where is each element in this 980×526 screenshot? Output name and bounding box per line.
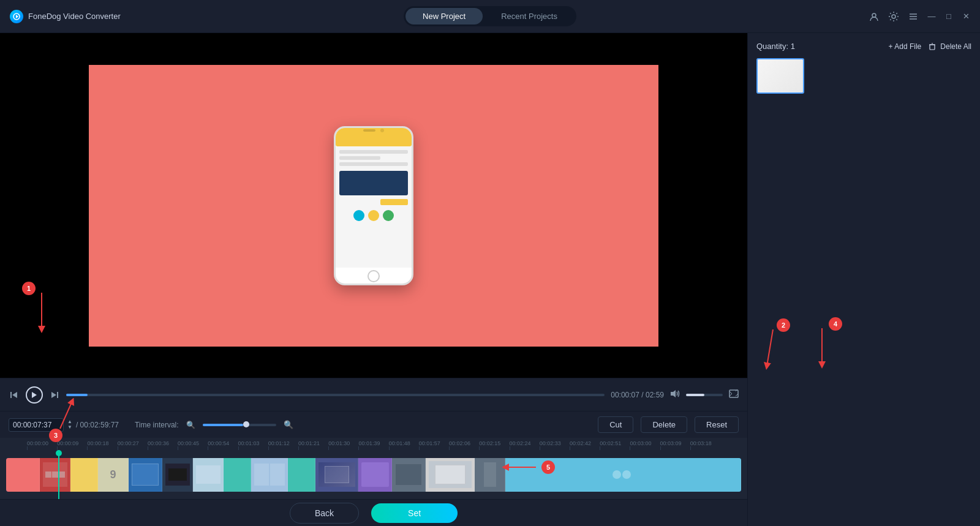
user-icon[interactable]	[869, 11, 880, 22]
phone-home-btn	[368, 270, 380, 282]
tick-16: 00:02:24	[510, 440, 540, 450]
track-segment-3: 9	[98, 458, 129, 492]
timeline-track-area[interactable]: 9	[0, 450, 747, 499]
content-row: 00:00:07 / 02:59	[0, 33, 980, 526]
phone-line-2	[339, 156, 380, 160]
volume-slider[interactable]	[686, 394, 723, 396]
tick-17: 00:02:33	[540, 440, 570, 450]
app-logo: FoneDog Video Converter	[10, 10, 121, 23]
tick-12: 00:01:48	[389, 440, 419, 450]
back-button[interactable]: Back	[290, 503, 359, 524]
timeline-track[interactable]: 9	[6, 458, 741, 492]
svg-rect-7	[10, 392, 12, 398]
phone-icon-wifi	[353, 210, 364, 221]
interval-thumb	[243, 421, 249, 427]
play-button[interactable]	[26, 386, 43, 404]
delete-button[interactable]: Delete	[641, 416, 687, 433]
track-segment-14	[475, 458, 505, 492]
svg-marker-9	[32, 392, 37, 398]
tick-4: 00:00:36	[148, 440, 178, 450]
tick-15: 00:02:15	[479, 440, 509, 450]
zoom-in-icon[interactable]: 🔍	[284, 420, 293, 429]
time-input-group: ▲ ▼ / 00:02:59:77	[9, 418, 119, 432]
ruler-ticks: 00:00:00 00:00:09 00:00:18 00:00:27 00:0…	[27, 440, 720, 450]
zoom-out-icon[interactable]: 🔍	[186, 421, 195, 429]
track-segment-9	[288, 458, 315, 492]
prev-frame-button[interactable]	[9, 389, 20, 400]
tab-recent-projects[interactable]: Recent Projects	[484, 8, 575, 24]
track-segment-6	[193, 458, 224, 492]
window-controls: — □ ✕	[869, 11, 970, 22]
track-segment-2	[70, 458, 98, 492]
cut-button[interactable]: Cut	[598, 416, 633, 433]
track-segment-7	[224, 458, 251, 492]
phone-header	[336, 133, 412, 146]
quantity-row: Quantity: 1 + Add File Delete All	[756, 42, 971, 51]
close-button[interactable]: ✕	[962, 12, 970, 21]
fullscreen-button[interactable]	[729, 389, 739, 400]
tick-9: 00:01:21	[298, 440, 328, 450]
svg-marker-12	[671, 390, 676, 397]
time-up-button[interactable]: ▲	[67, 419, 72, 424]
phone-top-bar	[336, 128, 412, 133]
tick-5: 00:00:45	[178, 440, 208, 450]
quantity-label: Quantity: 1	[756, 42, 795, 51]
delete-all-label: Delete All	[940, 42, 971, 51]
volume-fill	[686, 394, 704, 396]
phone-icon-chat	[383, 210, 394, 221]
track-segment-1	[40, 458, 70, 492]
app-container: FoneDog Video Converter New Project Rece…	[0, 0, 980, 526]
set-button[interactable]: Set	[371, 503, 458, 523]
svg-rect-14	[930, 45, 935, 50]
tick-2: 00:00:18	[87, 440, 117, 450]
action-bar: Back Set	[0, 499, 747, 526]
video-thumbnail[interactable]	[756, 58, 804, 94]
video-frame	[0, 33, 747, 378]
left-content: 00:00:07 / 02:59	[0, 33, 747, 526]
app-name: FoneDog Video Converter	[28, 12, 121, 21]
svg-marker-11	[51, 392, 56, 398]
maximize-button[interactable]: □	[944, 12, 953, 21]
phone-blue-block	[339, 171, 408, 195]
svg-rect-13	[729, 390, 738, 397]
tick-18: 00:02:42	[570, 440, 600, 450]
track-segment-4	[129, 458, 162, 492]
time-total-label: / 00:02:59:77	[76, 421, 119, 429]
right-panel: Quantity: 1 + Add File Delete All	[747, 33, 980, 526]
tick-22: 00:03:18	[690, 440, 720, 450]
phone-icon-settings	[368, 210, 379, 221]
svg-marker-1	[16, 15, 18, 18]
panel-actions: + Add File Delete All	[889, 42, 971, 51]
svg-point-3	[892, 15, 895, 18]
time-down-button[interactable]: ▼	[67, 425, 72, 430]
tick-1: 00:00:09	[57, 440, 87, 450]
phone-line-3	[339, 162, 408, 166]
delete-all-button[interactable]: Delete All	[929, 42, 971, 51]
track-segment-13	[426, 458, 475, 492]
phone-line-1	[339, 150, 408, 154]
playhead[interactable]	[58, 450, 59, 499]
next-frame-button[interactable]	[49, 389, 60, 400]
minimize-button[interactable]: —	[927, 12, 936, 21]
tick-11: 00:01:39	[358, 440, 388, 450]
settings-icon[interactable]	[888, 11, 899, 22]
tick-8: 00:01:12	[268, 440, 298, 450]
add-file-button[interactable]: + Add File	[889, 42, 922, 51]
thumbnail-preview	[758, 59, 803, 92]
timeline-combined: 00:00:00 00:00:09 00:00:18 00:00:27 00:0…	[0, 438, 747, 499]
video-content	[89, 65, 658, 347]
volume-icon[interactable]	[670, 389, 680, 400]
reset-button[interactable]: Reset	[695, 416, 739, 433]
interval-slider[interactable]	[203, 424, 276, 426]
tick-21: 00:03:09	[660, 440, 690, 450]
time-position-input[interactable]	[9, 418, 64, 432]
phone-screen	[336, 146, 412, 268]
tick-14: 00:02:06	[449, 440, 479, 450]
track-segment-8	[251, 458, 288, 492]
progress-bar[interactable]	[66, 394, 605, 396]
progress-fill	[66, 394, 88, 396]
tick-19: 00:02:51	[600, 440, 630, 450]
menu-icon[interactable]	[908, 11, 919, 22]
tab-new-project[interactable]: New Project	[405, 8, 483, 24]
track-segment-5	[162, 458, 193, 492]
